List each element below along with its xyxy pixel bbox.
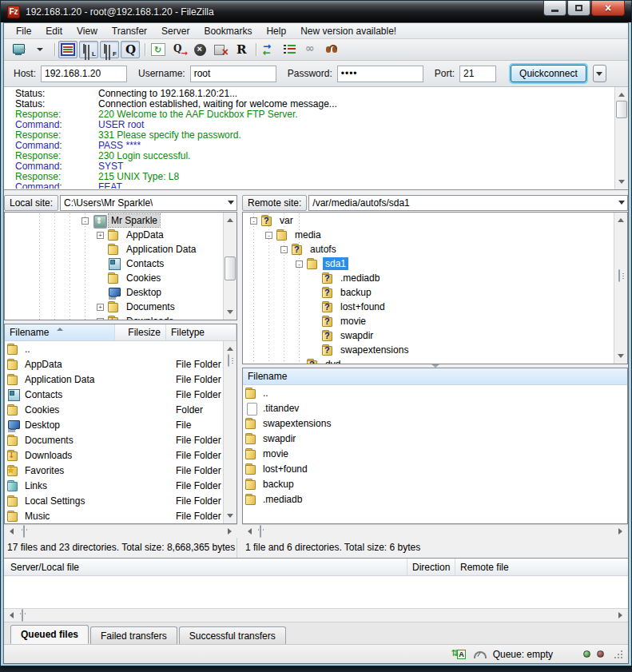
scroll-right-icon[interactable] <box>225 526 237 537</box>
column-header-direction[interactable]: Direction <box>407 559 455 575</box>
file-row[interactable]: Desktop File <box>5 417 223 432</box>
menu-item[interactable]: View <box>70 24 105 38</box>
local-site-combo[interactable]: C:\Users\Mr Sparkle\ <box>60 195 237 211</box>
remote-list-hscrollbar[interactable] <box>242 524 628 538</box>
tree-node[interactable]: sda1 <box>296 256 614 271</box>
tree-node[interactable]: movie <box>311 314 614 328</box>
scroll-down-icon[interactable] <box>225 307 236 319</box>
tree-expander[interactable] <box>97 318 104 320</box>
tree-node[interactable]: lost+found <box>311 300 614 314</box>
file-row[interactable]: Contacts File Folder <box>5 387 223 402</box>
column-header-remote-file[interactable]: Remote file <box>455 559 628 575</box>
column-header-filename[interactable]: Filename <box>5 324 115 340</box>
file-row[interactable]: swapextensions <box>243 416 627 431</box>
tree-node[interactable]: Cookies <box>73 271 223 285</box>
remote-tree-scrollbar[interactable] <box>614 213 627 364</box>
reconnect-button[interactable] <box>232 41 251 58</box>
menu-item[interactable]: Transfer <box>105 24 154 38</box>
resize-grip[interactable] <box>614 650 623 659</box>
port-input[interactable] <box>459 66 496 82</box>
menu-item[interactable]: File <box>9 24 38 38</box>
file-row[interactable]: Local Settings File Folder <box>5 493 223 508</box>
scroll-down-icon[interactable] <box>615 351 626 363</box>
tree-node[interactable]: swapdir <box>311 328 614 343</box>
queue-tab[interactable]: Failed transfers <box>90 626 177 644</box>
scrollbar-thumb[interactable] <box>22 609 23 622</box>
tree-node[interactable]: Mr Sparkle <box>58 213 223 228</box>
scrollbar-thumb[interactable] <box>23 525 25 538</box>
tree-node[interactable]: dvd <box>296 357 614 364</box>
local-tree-scrollbar[interactable] <box>223 213 237 320</box>
file-row[interactable]: backup <box>243 476 627 491</box>
tree-node[interactable]: var <box>250 213 614 228</box>
close-button[interactable]: × <box>591 1 625 16</box>
scrollbar-thumb[interactable] <box>616 101 627 118</box>
password-input[interactable] <box>337 66 423 82</box>
file-row[interactable]: Favorites File Folder <box>5 463 223 478</box>
title-bar[interactable]: Fz 192.168.1.20 - root@192.168.1.20 - Fi… <box>1 1 631 22</box>
scroll-right-icon[interactable] <box>615 610 627 621</box>
scroll-left-icon[interactable] <box>243 526 255 537</box>
tree-expander[interactable] <box>296 260 303 268</box>
scroll-down-icon[interactable] <box>616 177 627 189</box>
tree-expander[interactable] <box>97 232 104 239</box>
compare-directories-button[interactable] <box>260 41 279 58</box>
tree-node[interactable]: autofs <box>280 242 614 256</box>
file-row[interactable]: Application Data File Folder <box>5 372 223 387</box>
tree-expander[interactable] <box>81 217 89 225</box>
file-row[interactable]: Links File Folder <box>5 478 223 493</box>
file-row[interactable]: movie <box>243 446 627 461</box>
menu-item[interactable]: Edit <box>38 24 70 38</box>
queue-tab[interactable]: Successful transfers <box>179 626 286 644</box>
file-row[interactable]: .titandev <box>243 400 627 416</box>
tree-node[interactable]: Contacts <box>73 256 223 271</box>
local-list-scrollbar[interactable] <box>223 341 237 523</box>
find-files-button[interactable] <box>322 41 341 58</box>
refresh-button[interactable] <box>149 41 168 58</box>
tree-expander[interactable] <box>280 246 288 253</box>
toggle-local-treeview-button[interactable] <box>79 41 98 58</box>
file-row[interactable]: Cookies Folder <box>5 402 223 417</box>
cancel-operation-button[interactable] <box>190 41 209 58</box>
menu-item[interactable]: Bookmarks <box>197 24 259 38</box>
synchronized-browsing-button[interactable] <box>301 41 320 58</box>
tree-node[interactable]: swapextensions <box>311 343 614 357</box>
scroll-right-icon[interactable] <box>615 526 627 537</box>
tree-node[interactable]: Application Data <box>73 242 223 256</box>
scroll-up-icon[interactable] <box>616 88 627 100</box>
quickconnect-dropdown-button[interactable] <box>593 65 606 82</box>
menu-item[interactable]: New version available! <box>293 24 403 38</box>
queue-hscrollbar[interactable] <box>4 608 628 622</box>
scroll-down-icon[interactable] <box>225 511 236 523</box>
menu-item[interactable]: Server <box>154 24 197 38</box>
file-row[interactable]: swapdir <box>243 431 627 446</box>
site-manager-dropdown-button[interactable] <box>30 41 50 58</box>
queue-tab[interactable]: Queued files <box>10 625 89 644</box>
directory-listing-filters-button[interactable] <box>280 41 300 58</box>
username-input[interactable] <box>190 66 276 82</box>
process-queue-button[interactable] <box>169 41 189 58</box>
file-row[interactable]: .. <box>243 385 627 400</box>
tree-node[interactable]: Downloads <box>73 314 223 320</box>
log-scrollbar[interactable] <box>614 87 628 189</box>
minimize-button[interactable] <box>543 1 566 16</box>
disconnect-button[interactable] <box>211 41 230 58</box>
scroll-left-icon[interactable] <box>5 610 17 621</box>
tree-expander[interactable] <box>250 217 257 225</box>
file-row[interactable]: Documents File Folder <box>5 432 223 447</box>
tree-node[interactable]: media <box>265 228 614 242</box>
scrollbar-thumb[interactable] <box>618 269 620 282</box>
scroll-up-icon[interactable] <box>615 213 626 225</box>
quickconnect-button[interactable]: Quickconnect <box>511 65 586 82</box>
file-row[interactable]: Downloads File Folder <box>5 447 223 463</box>
column-header-filename[interactable]: Filename <box>243 368 627 384</box>
tree-expander[interactable] <box>97 304 104 311</box>
scrollbar-thumb[interactable] <box>225 256 236 280</box>
remote-site-combo[interactable]: /var/media/autofs/sda1 <box>308 195 628 211</box>
scrollbar-thumb[interactable] <box>260 525 261 538</box>
toggle-message-log-button[interactable] <box>58 41 78 58</box>
column-header-server-local-file[interactable]: Server/Local file <box>4 559 407 575</box>
host-input[interactable] <box>41 66 127 82</box>
site-manager-button[interactable] <box>10 41 29 58</box>
scrollbar-thumb[interactable] <box>228 354 229 367</box>
